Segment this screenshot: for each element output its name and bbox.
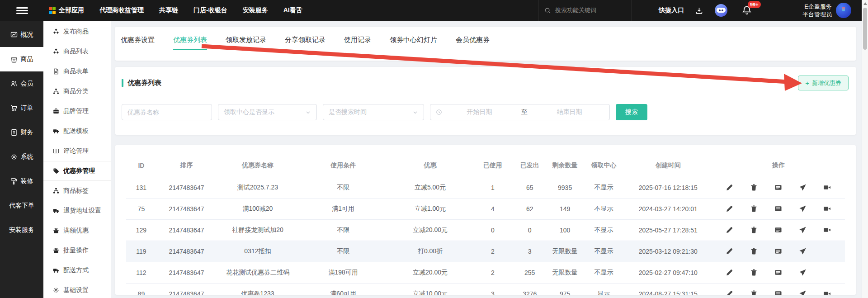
edit-button[interactable] (726, 205, 734, 213)
submenu-item-label: 商品分类 (63, 87, 89, 95)
search-time-select[interactable]: 是否搜索时间 (323, 104, 424, 120)
video-button[interactable] (823, 290, 831, 295)
tab-6[interactable]: 会员优惠券 (456, 36, 490, 50)
submenu-item-0[interactable]: 发布商品 (43, 22, 111, 42)
add-coupon-button[interactable]: + 新增优惠券 (798, 76, 849, 90)
delete-button[interactable] (750, 184, 758, 192)
submenu-item-13[interactable]: 基础设置 (43, 280, 111, 298)
sidebar-item-2[interactable]: 会员 (0, 71, 43, 96)
submenu-item-1[interactable]: 商品列表 (43, 42, 111, 61)
top-menu-item-2[interactable]: 共享链 (159, 6, 178, 14)
sidebar-item-8[interactable]: 安装服务 (0, 218, 43, 242)
top-menu-item-1[interactable]: 代理商收益管理 (99, 6, 144, 14)
sidebar-item-4[interactable]: 财务 (0, 120, 43, 145)
submenu-item-label: 配送方式 (63, 266, 89, 274)
send-button[interactable] (799, 184, 807, 192)
edit-button[interactable] (726, 247, 734, 255)
edit-button[interactable] (726, 226, 734, 234)
delete-button[interactable] (750, 226, 758, 234)
user-info[interactable]: E企盈服务 平台管理员 (802, 3, 832, 18)
avatar[interactable] (836, 3, 851, 18)
delete-button[interactable] (750, 269, 758, 277)
submenu-item-3[interactable]: 商品分类 (43, 81, 111, 101)
search-button[interactable]: 搜索 (616, 104, 647, 120)
sitemap-icon (53, 88, 59, 95)
sidebar-item-1[interactable]: 商品 (0, 47, 43, 71)
sidebar-item-0[interactable]: 概况 (0, 23, 43, 47)
tab-0[interactable]: 优惠券设置 (121, 36, 155, 50)
card-button[interactable] (774, 269, 783, 277)
send-button[interactable] (799, 226, 807, 234)
sidebar-item-5[interactable]: 系统 (0, 145, 43, 169)
video-button[interactable] (823, 205, 831, 213)
submenu-item-10[interactable]: 满额优惠 (43, 221, 111, 241)
submenu-item-12[interactable]: 配送方式 (43, 260, 111, 280)
cell-used: 0 (472, 220, 513, 241)
delete-button[interactable] (750, 205, 758, 213)
hamburger-menu-icon[interactable] (16, 6, 28, 15)
top-menu-item-3[interactable]: 门店-收银台 (193, 6, 227, 14)
send-button[interactable] (799, 269, 807, 277)
cell-actions (712, 199, 845, 220)
sidebar-item-3[interactable]: 订单 (0, 96, 43, 120)
delete-button[interactable] (750, 247, 758, 255)
top-menu-item-0[interactable]: 全部应用 (49, 6, 84, 14)
global-search-input[interactable]: 搜索功能关键词 (538, 0, 632, 21)
submenu-item-label: 品牌管理 (63, 107, 89, 115)
coupon-name-input[interactable] (122, 104, 212, 120)
notifications-button[interactable]: 99+ (742, 5, 752, 15)
column-header-8: 领取中心 (583, 154, 624, 177)
edit-icon (726, 226, 733, 234)
edit-button[interactable] (726, 184, 734, 192)
submenu-item-8[interactable]: 商品标签 (43, 181, 111, 201)
edit-button[interactable] (726, 290, 734, 295)
submenu-item-6[interactable]: 评论管理 (43, 141, 111, 161)
tab-5[interactable]: 领券中心幻灯片 (390, 36, 437, 50)
cell-condition: 满198可用 (299, 262, 388, 284)
top-menu-item-5[interactable]: AI看舌 (283, 6, 302, 14)
page-scrollbar[interactable] (862, 0, 868, 298)
submenu-item-7[interactable]: 优惠券管理 (43, 161, 111, 181)
delete-button[interactable] (750, 290, 758, 295)
coupon-table: ID排序优惠券名称使用条件优惠已使用已发出剩余数量领取中心创建时间操作 1312… (126, 154, 845, 295)
card-button[interactable] (774, 290, 783, 295)
finance-icon (10, 129, 18, 136)
submenu-item-9[interactable]: 退货地址设置 (43, 201, 111, 221)
scrollbar-thumb[interactable] (863, 8, 867, 50)
tab-1[interactable]: 优惠券列表 (173, 36, 207, 50)
card-icon (774, 184, 782, 191)
send-button[interactable] (799, 247, 807, 255)
display-center-select[interactable]: 领取中心是否显示 (218, 104, 317, 120)
submenu-item-2[interactable]: 商品表单 (43, 61, 111, 81)
card-button[interactable] (774, 247, 783, 255)
top-menu-item-4[interactable]: 安装服务 (243, 6, 268, 14)
tab-4[interactable]: 使用记录 (344, 36, 371, 50)
download-icon[interactable] (695, 7, 703, 14)
column-header-5: 已使用 (472, 154, 513, 177)
sidebar-item-6[interactable]: 装修 (0, 169, 43, 194)
submenu-item-4[interactable]: 品牌管理 (43, 101, 111, 121)
ai-robot-icon[interactable] (715, 4, 727, 17)
card-button[interactable] (774, 226, 783, 234)
cell-remaining: 100 (547, 220, 583, 241)
cell-center: 不显示 (583, 241, 624, 262)
submenu-item-11[interactable]: 批量操作 (43, 241, 111, 260)
video-button[interactable] (823, 226, 831, 234)
send-button[interactable] (799, 205, 807, 213)
scroll-up-arrow-icon[interactable] (863, 2, 867, 5)
cell-discount: 打0.00折 (388, 241, 473, 262)
edit-button[interactable] (726, 269, 734, 277)
quick-entry-link[interactable]: 快捷入口 (659, 6, 684, 14)
sidebar-item-7[interactable]: 代客下单 (0, 194, 43, 218)
submenu-item-5[interactable]: 配送模板 (43, 121, 111, 141)
card-button[interactable] (774, 184, 783, 192)
date-range-picker[interactable]: 开始日期 至 结束日期 (430, 104, 610, 120)
tab-3[interactable]: 分享领取记录 (285, 36, 326, 50)
send-button[interactable] (799, 290, 807, 295)
card-button[interactable] (774, 205, 783, 213)
send-icon (799, 205, 807, 213)
tab-2[interactable]: 领取发放记录 (226, 36, 266, 50)
submenu-item-label: 配送模板 (63, 127, 89, 135)
video-button[interactable] (823, 184, 831, 192)
date-separator: 至 (517, 108, 532, 116)
